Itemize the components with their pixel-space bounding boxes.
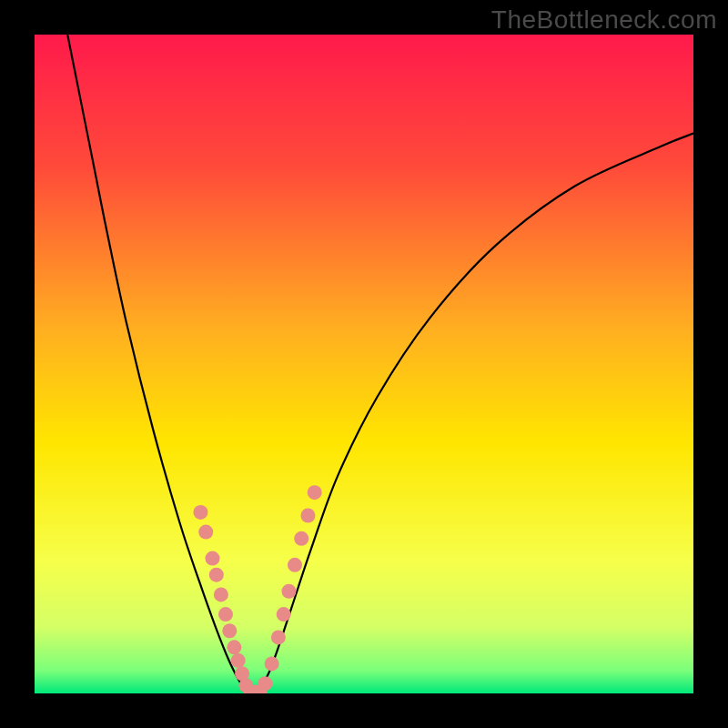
marker-dot [214,587,228,602]
marker-dot [205,551,219,566]
marker-dot [193,505,207,520]
marker-dot [277,607,291,622]
marker-dot [288,558,302,572]
marker-dot [271,630,286,644]
marker-dot [227,640,241,654]
bottleneck-chart [0,0,728,728]
marker-dot [300,509,315,523]
marker-dot [209,568,224,582]
watermark-text: TheBottleneck.com [491,5,717,35]
chart-frame: TheBottleneck.com [0,0,728,728]
marker-dot [218,607,233,622]
marker-dot [281,584,296,599]
plot-background [35,35,693,693]
marker-dot [258,676,272,691]
marker-dot [231,653,246,668]
marker-dot [265,656,279,671]
marker-dot [308,485,322,500]
marker-dot [198,525,213,540]
marker-dot [294,531,308,546]
marker-dot [222,623,237,638]
